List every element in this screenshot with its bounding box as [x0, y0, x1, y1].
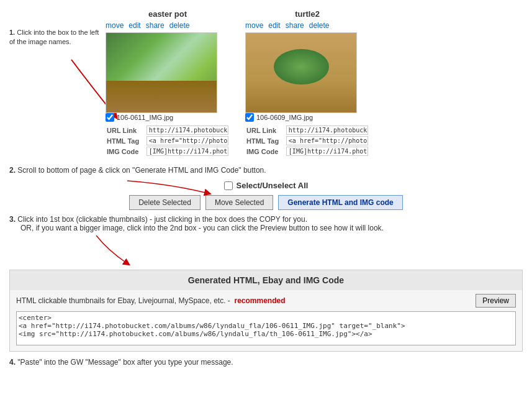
move-selected-button[interactable]: Move Selected: [205, 195, 273, 210]
image1-share-link[interactable]: share: [146, 21, 165, 30]
image1-filename: 106-0611_IMG.jpg: [117, 114, 173, 121]
generated-title: Generated HTML, Ebay and IMG Code: [10, 270, 522, 290]
image1-block: easter pot move edit share delete 106-06…: [106, 9, 230, 157]
step2-number: 2.: [9, 166, 16, 175]
image2-img-value: [IMG]http://i174.phot: [286, 147, 368, 156]
delete-selected-button[interactable]: Delete Selected: [129, 195, 201, 210]
image1-filename-row: 106-0611_IMG.jpg: [106, 113, 230, 122]
step4-text: "Paste" into the GW "Message" box after …: [17, 358, 233, 367]
image1-delete-link[interactable]: delete: [169, 21, 190, 30]
preview-button[interactable]: Preview: [476, 294, 516, 308]
image1-img-label: IMG Code: [107, 147, 145, 156]
image2-share-link[interactable]: share: [286, 21, 304, 30]
image1-img-value: [IMG]http://i174.phot: [147, 147, 228, 156]
image1-title: easter pot: [106, 9, 230, 19]
generated-subtitle-before: HTML clickable thumbnails for Ebay, Live…: [16, 296, 230, 305]
step3-text2: OR, if you want a bigger image, click in…: [20, 224, 384, 232]
step2: 2. Scroll to bottom of page & click on "…: [9, 166, 523, 175]
image1-actions[interactable]: move edit share delete: [106, 21, 230, 30]
image2-html-label: HTML Tag: [246, 136, 285, 145]
recommended-text: recommended: [234, 296, 285, 305]
buttons-row: Delete Selected Move Selected Generate H…: [9, 195, 523, 210]
step4-number: 4.: [9, 358, 16, 367]
step1-text: Click into the box to the left of the im…: [9, 29, 99, 45]
image2-filename-row: 106-0609_IMG.jpg: [245, 113, 369, 122]
image1-checkbox[interactable]: [106, 113, 114, 122]
select-all-checkbox[interactable]: [224, 181, 233, 190]
image2-title: turtle2: [245, 9, 369, 19]
image1-thumbnail: [106, 32, 217, 113]
image1-html-value: <a href="http://photol: [147, 136, 228, 145]
image1-info-table: URL Link http://i174.photobuck HTML Tag …: [106, 124, 230, 157]
select-all-row: Select/Unselect All: [9, 181, 523, 190]
image1-edit-link[interactable]: edit: [128, 21, 140, 30]
image2-info-table: URL Link http://i174.photobuck HTML Tag …: [245, 124, 369, 157]
image1-url-label: URL Link: [107, 126, 145, 135]
image2-url-value: http://i174.photobuck: [286, 126, 368, 135]
step1-number: 1.: [9, 29, 15, 36]
step3-text1: Click into 1st box (clickable thumbnails…: [17, 215, 307, 224]
image2-move-link[interactable]: move: [245, 21, 263, 30]
image2-actions[interactable]: move edit share delete: [245, 21, 369, 30]
step2-text: Scroll to bottom of page & click on "Gen…: [17, 166, 266, 175]
step4: 4. "Paste" into the GW "Message" box aft…: [9, 358, 523, 367]
image1-html-label: HTML Tag: [107, 136, 145, 145]
code-textarea[interactable]: <center> <a href="http://i174.photobucke…: [16, 311, 516, 345]
image2-url-label: URL Link: [246, 126, 285, 135]
step3: 3. Click into 1st box (clickable thumbna…: [9, 215, 523, 263]
generated-section: Generated HTML, Ebay and IMG Code HTML c…: [9, 270, 523, 352]
image2-edit-link[interactable]: edit: [268, 21, 280, 30]
generated-subtitle-text: HTML clickable thumbnails for Ebay, Live…: [16, 296, 286, 305]
image2-html-value: <a href="http://photol: [286, 136, 368, 145]
image2-thumbnail: [245, 32, 357, 113]
image2-img-label: IMG Code: [246, 147, 285, 156]
image1-move-link[interactable]: move: [106, 21, 124, 30]
image2-block: turtle2 move edit share delete 106-0609_…: [245, 9, 369, 157]
generate-button[interactable]: Generate HTML and IMG code: [278, 195, 402, 210]
image2-delete-link[interactable]: delete: [309, 21, 330, 30]
generated-subtitle-row: HTML clickable thumbnails for Ebay, Live…: [16, 294, 516, 308]
select-all-label: Select/Unselect All: [237, 181, 309, 190]
image2-checkbox[interactable]: [245, 113, 254, 122]
step3-number: 3.: [9, 215, 16, 224]
image1-url-value: http://i174.photobuck: [147, 126, 228, 135]
image2-filename: 106-0609_IMG.jpg: [256, 114, 313, 121]
